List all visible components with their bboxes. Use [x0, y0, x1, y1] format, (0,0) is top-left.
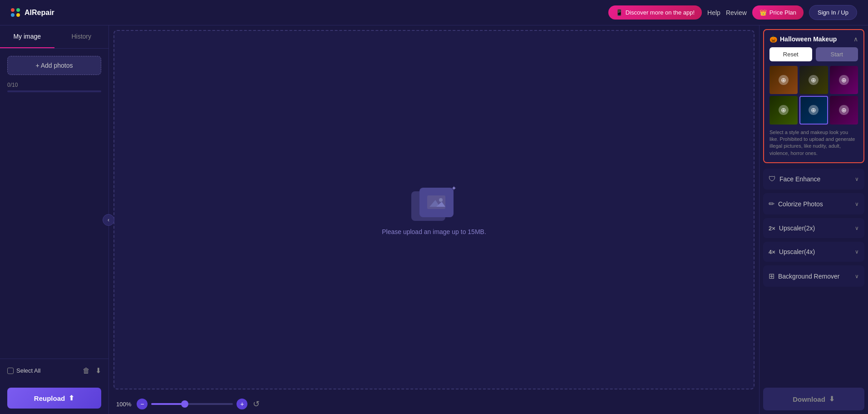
- sidebar-footer: Select All 🗑 ⬇: [0, 359, 108, 382]
- face-enhance-label: Face Enhance: [779, 175, 820, 183]
- delete-button[interactable]: 🗑: [83, 366, 90, 375]
- thumb-6-plus-icon: ⊕: [839, 105, 849, 115]
- right-panel: 🎃 Halloween Makeup ∧ Reset Start ⊕ ⊕ ⊕: [759, 25, 868, 414]
- photo-count: 0/10: [7, 82, 18, 88]
- halloween-thumb-1[interactable]: ⊕: [769, 66, 798, 94]
- sidebar-tabs: My image History: [0, 25, 108, 49]
- canvas-area: ‹ ✦ ✦ Please upload an: [109, 25, 759, 414]
- halloween-thumb-3[interactable]: ⊕: [830, 66, 858, 94]
- halloween-header: 🎃 Halloween Makeup ∧: [769, 35, 858, 43]
- collapse-sidebar-button[interactable]: ‹: [103, 214, 114, 226]
- reupload-label: Reupload: [34, 394, 65, 402]
- download-icon: ⬇: [829, 395, 835, 403]
- signin-button[interactable]: Sign In / Up: [809, 5, 857, 20]
- upscaler-2x-icon: 2×: [769, 225, 775, 232]
- header: AIRepair 📱 Discover more on the app! Hel…: [0, 0, 868, 25]
- halloween-section: 🎃 Halloween Makeup ∧ Reset Start ⊕ ⊕ ⊕: [763, 29, 864, 163]
- photo-icon-front: [419, 188, 454, 217]
- halloween-disclaimer: Select a style and makeup look you like.…: [769, 129, 858, 157]
- tab-history[interactable]: History: [54, 25, 109, 48]
- download-label: Download: [793, 395, 825, 403]
- upscaler-2x-label: Upscaler(2x): [779, 224, 815, 232]
- upscaler-4x-icon: 4×: [769, 249, 775, 255]
- halloween-buttons: Reset Start: [769, 47, 858, 61]
- halloween-title: 🎃 Halloween Makeup: [769, 35, 837, 43]
- colorize-photos-left: ✏ Colorize Photos: [769, 200, 823, 208]
- halloween-thumb-5[interactable]: ⊕: [799, 96, 828, 124]
- thumb-5-plus-icon: ⊕: [809, 105, 819, 115]
- face-enhance-section[interactable]: 🛡 Face Enhance ∨: [763, 169, 864, 190]
- reupload-button[interactable]: Reupload ⬆: [7, 388, 101, 409]
- app-title: AIRepair: [25, 9, 54, 17]
- zoom-slider[interactable]: [151, 403, 233, 405]
- face-enhance-left: 🛡 Face Enhance: [769, 175, 820, 183]
- halloween-thumb-6[interactable]: ⊕: [830, 96, 858, 124]
- halloween-reset-button[interactable]: Reset: [769, 47, 812, 61]
- select-all-checkbox[interactable]: Select All: [7, 367, 40, 374]
- zoom-level-label: 100%: [116, 401, 131, 408]
- background-remover-chevron-icon: ∨: [855, 273, 859, 279]
- zoom-in-button[interactable]: +: [237, 399, 247, 409]
- checkbox-icon: [7, 368, 14, 374]
- price-plan-button[interactable]: 👑 Price Plan: [752, 5, 804, 20]
- mountain-icon: [427, 195, 445, 209]
- svg-point-1: [439, 198, 443, 202]
- background-remover-icon: ⊞: [769, 272, 774, 280]
- halloween-collapse-icon[interactable]: ∧: [853, 35, 858, 43]
- main-layout: My image History + Add photos 0/10 Selec…: [0, 25, 868, 414]
- halloween-thumb-2[interactable]: ⊕: [799, 66, 828, 94]
- placeholder-icon: ✦ ✦: [411, 185, 457, 221]
- review-button[interactable]: Review: [726, 9, 747, 16]
- canvas-placeholder-text: Please upload an image up to 15MB.: [382, 228, 486, 235]
- colorize-photos-label: Colorize Photos: [778, 200, 823, 208]
- canvas-footer: 100% − + ↺: [109, 394, 759, 414]
- discover-button[interactable]: 📱 Discover more on the app!: [608, 5, 702, 20]
- upload-icon: ⬆: [69, 394, 74, 402]
- tab-my-image[interactable]: My image: [0, 25, 54, 48]
- logo-icon: [11, 8, 20, 17]
- help-button[interactable]: Help: [707, 9, 720, 16]
- halloween-title-text: Halloween Makeup: [780, 35, 837, 43]
- zoom-out-button[interactable]: −: [137, 399, 148, 409]
- logo-dot-blue: [11, 13, 15, 17]
- download-button[interactable]: Download ⬇: [763, 388, 864, 410]
- select-all-label: Select All: [16, 367, 40, 374]
- add-photos-button[interactable]: + Add photos: [7, 56, 101, 75]
- face-enhance-icon: 🛡: [769, 175, 776, 183]
- colorize-photos-section[interactable]: ✏ Colorize Photos ∨: [763, 193, 864, 214]
- upscaler-2x-left: 2× Upscaler(2x): [769, 224, 815, 232]
- background-remover-left: ⊞ Background Remover: [769, 272, 839, 280]
- colorize-icon: ✏: [769, 200, 774, 208]
- footer-actions: 🗑 ⬇: [83, 366, 101, 375]
- upscaler-4x-left: 4× Upscaler(4x): [769, 248, 815, 255]
- logo-dot-green: [16, 8, 20, 12]
- halloween-thumbnails: ⊕ ⊕ ⊕ ⊕ ⊕ ⊕: [769, 66, 858, 125]
- halloween-icon: 🎃: [769, 35, 777, 43]
- header-left: AIRepair: [11, 8, 54, 17]
- reset-zoom-button[interactable]: ↺: [253, 399, 260, 409]
- upscaler-4x-section[interactable]: 4× Upscaler(4x) ∨: [763, 242, 864, 262]
- progress-bar: [7, 90, 101, 92]
- background-remover-section[interactable]: ⊞ Background Remover ∨: [763, 265, 864, 287]
- sidebar: My image History + Add photos 0/10 Selec…: [0, 25, 109, 414]
- download-sidebar-button[interactable]: ⬇: [95, 366, 101, 375]
- halloween-start-button[interactable]: Start: [816, 47, 858, 61]
- face-enhance-chevron-icon: ∨: [855, 176, 859, 182]
- colorize-chevron-icon: ∨: [855, 201, 859, 207]
- upscaler-4x-chevron-icon: ∨: [855, 249, 859, 255]
- thumb-3-plus-icon: ⊕: [839, 75, 849, 85]
- header-right: 📱 Discover more on the app! Help Review …: [608, 5, 857, 20]
- upscaler-2x-section[interactable]: 2× Upscaler(2x) ∨: [763, 218, 864, 238]
- crown-icon: 👑: [760, 9, 767, 16]
- halloween-thumb-4[interactable]: ⊕: [769, 96, 798, 124]
- upscaler-4x-label: Upscaler(4x): [779, 248, 815, 255]
- zoom-controls: − +: [137, 399, 247, 409]
- thumb-2-plus-icon: ⊕: [809, 75, 819, 85]
- canvas-placeholder: ✦ ✦ Please upload an image up to 15MB.: [382, 185, 486, 235]
- background-remover-label: Background Remover: [778, 273, 839, 280]
- photo-count-row: 0/10: [7, 80, 101, 92]
- upscaler-2x-chevron-icon: ∨: [855, 225, 859, 231]
- thumb-1-plus-icon: ⊕: [779, 75, 789, 85]
- sidebar-body: + Add photos 0/10: [0, 49, 108, 211]
- mobile-icon: 📱: [616, 9, 623, 16]
